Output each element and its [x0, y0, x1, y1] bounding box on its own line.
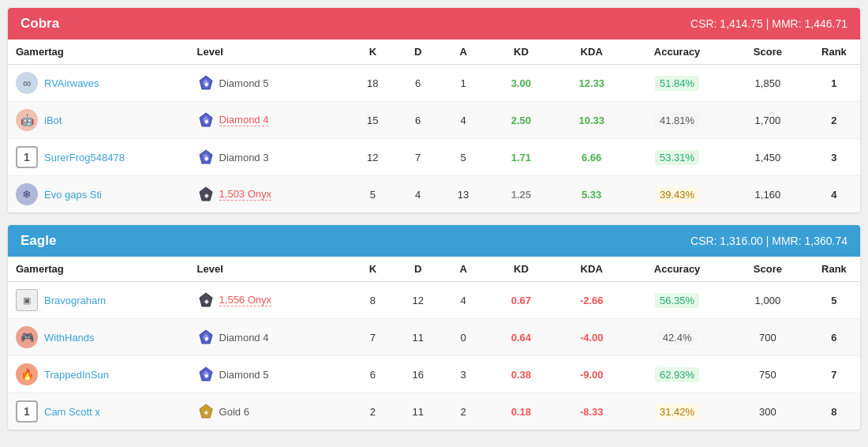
deaths-cell: 11 — [395, 393, 440, 430]
level-icon: ◆ — [197, 148, 215, 166]
col-header-score: Score — [728, 39, 808, 65]
level-cell: ★ Gold 6 — [189, 393, 350, 430]
level-cell: ◆ Diamond 4 — [189, 102, 350, 139]
accuracy-value: 62.93% — [655, 367, 699, 382]
kd-cell: 0.18 — [486, 393, 556, 430]
team-csr-cobra: CSR: 1,414.75 | MMR: 1,446.71 — [690, 17, 847, 30]
kda-cell: -8.33 — [556, 393, 627, 430]
assists-cell: 5 — [440, 139, 485, 176]
svg-text:◆: ◆ — [203, 118, 208, 124]
accuracy-value: 42.4% — [658, 330, 697, 345]
table-row: ❄ Evo gaps Sti ◈ 1,503 Onyx 5 4 13 — [8, 176, 860, 213]
svg-text:◈: ◈ — [203, 299, 208, 304]
team-name-cobra: Cobra — [21, 16, 59, 32]
col-header-kd: KD — [486, 39, 556, 65]
level-text: Diamond 5 — [219, 369, 269, 381]
level-text: Diamond 4 — [219, 114, 269, 126]
kda-value: 5.33 — [582, 189, 601, 201]
deaths-cell: 4 — [395, 176, 440, 213]
gamertag-link[interactable]: TrappedInSun — [44, 369, 109, 381]
player-avatar: ❄ — [16, 183, 38, 205]
team-header-cobra: Cobra CSR: 1,414.75 | MMR: 1,446.71 — [8, 8, 860, 39]
kd-value: 1.71 — [511, 152, 531, 163]
kda-cell: 10.33 — [556, 102, 627, 139]
level-icon: ◈ — [197, 186, 215, 203]
team-table-eagle: Gamertag Level K D A KD KDA Accuracy Sco… — [8, 257, 860, 430]
kda-cell: 12.33 — [556, 65, 627, 102]
deaths-cell: 11 — [395, 319, 440, 356]
col-header-gamertag: Gamertag — [8, 257, 189, 282]
assists-cell: 0 — [440, 319, 485, 356]
col-header-kda: KDA — [556, 257, 627, 282]
gamertag-link[interactable]: iBot — [44, 115, 62, 126]
level-icon: ★ — [197, 403, 215, 420]
level-cell: ◆ Diamond 5 — [189, 356, 350, 393]
level-cell: ◆ Diamond 3 — [189, 139, 350, 176]
player-avatar: 1 — [16, 400, 38, 423]
gamertag-cell: 🎮 WithHands — [8, 319, 189, 356]
gamertag-cell: 1 SurerFrog548478 — [8, 139, 189, 176]
rank-cell: 1 — [808, 65, 860, 102]
gamertag-link[interactable]: Cam Scott x — [44, 406, 100, 418]
rank-cell: 6 — [808, 319, 860, 356]
score-cell: 1,160 — [728, 176, 808, 213]
level-text: Diamond 4 — [219, 332, 269, 344]
assists-cell: 3 — [440, 356, 485, 393]
kd-cell: 1.25 — [486, 176, 556, 213]
gamertag-link[interactable]: RVAirwaves — [44, 77, 99, 89]
accuracy-value: 53.31% — [655, 150, 699, 165]
kda-cell: -9.00 — [556, 356, 627, 393]
kda-value: 6.66 — [582, 152, 601, 163]
col-header-rank: Rank — [808, 257, 860, 282]
kda-cell: -2.66 — [556, 282, 627, 319]
kd-value: 2.50 — [511, 115, 531, 126]
accuracy-cell: 31.42% — [627, 393, 728, 430]
gamertag-cell: 🤖 iBot — [8, 102, 189, 139]
assists-cell: 4 — [440, 282, 485, 319]
level-icon: ◆ — [197, 366, 215, 383]
col-header-d: D — [395, 39, 440, 65]
kills-cell: 18 — [350, 65, 395, 102]
level-text: 1,556 Onyx — [219, 294, 272, 306]
kd-cell: 0.67 — [486, 282, 556, 319]
col-header-d: D — [395, 257, 440, 282]
kills-cell: 6 — [350, 356, 395, 393]
gamertag-cell: 1 Cam Scott x — [8, 393, 189, 430]
level-icon: ◆ — [197, 329, 215, 346]
kda-value: 12.33 — [578, 77, 604, 89]
accuracy-value: 31.42% — [655, 404, 699, 419]
kda-value: 10.33 — [578, 115, 604, 126]
gamertag-link[interactable]: SurerFrog548478 — [44, 152, 125, 163]
kd-cell: 0.38 — [486, 356, 556, 393]
score-cell: 1,700 — [728, 102, 808, 139]
col-header-kda: KDA — [556, 39, 627, 65]
table-row: 1 Cam Scott x ★ Gold 6 2 11 2 — [8, 393, 860, 430]
score-cell: 1,000 — [728, 282, 808, 319]
level-icon: ◆ — [197, 74, 215, 92]
rank-cell: 7 — [808, 356, 860, 393]
col-header-a: A — [440, 39, 485, 65]
level-icon: ◆ — [197, 111, 215, 129]
level-cell: ◆ Diamond 5 — [189, 65, 350, 102]
level-cell: ◆ Diamond 4 — [189, 319, 350, 356]
kd-cell: 3.00 — [486, 65, 556, 102]
gamertag-link[interactable]: Bravograham — [44, 295, 106, 306]
table-row: ▣ Bravograham ◈ 1,556 Onyx 8 12 4 — [8, 282, 860, 319]
svg-text:◆: ◆ — [203, 81, 208, 87]
col-header-k: K — [350, 257, 395, 282]
col-header-level: Level — [189, 39, 350, 65]
deaths-cell: 16 — [395, 356, 440, 393]
gamertag-link[interactable]: WithHands — [44, 332, 95, 344]
team-header-eagle: Eagle CSR: 1,316.00 | MMR: 1,360.74 — [8, 225, 860, 257]
rank-cell: 8 — [808, 393, 860, 430]
col-header-accuracy: Accuracy — [627, 39, 728, 65]
player-avatar: 🎮 — [16, 326, 38, 348]
gamertag-link[interactable]: Evo gaps Sti — [44, 189, 102, 201]
score-cell: 750 — [728, 356, 808, 393]
accuracy-value: 51.84% — [655, 76, 699, 91]
player-avatar: 🤖 — [16, 109, 38, 131]
accuracy-cell: 41.81% — [627, 102, 728, 139]
kda-value: -8.33 — [580, 406, 604, 418]
player-avatar: ∞ — [16, 72, 38, 94]
col-header-k: K — [350, 39, 395, 65]
